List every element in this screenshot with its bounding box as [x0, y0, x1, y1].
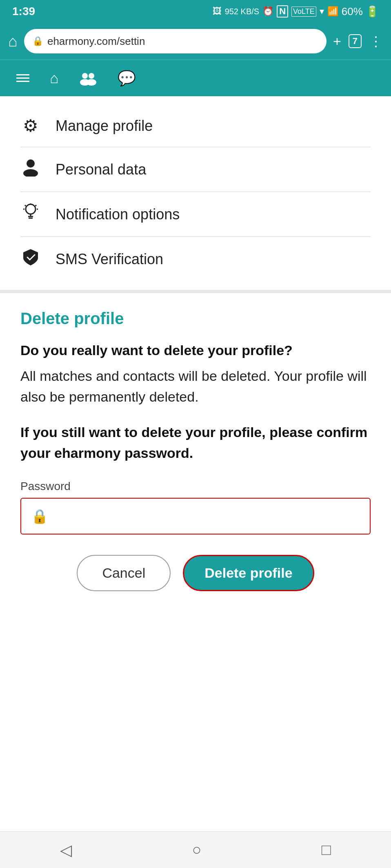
password-label: Password [20, 480, 371, 493]
password-input[interactable] [55, 509, 360, 523]
volte-icon: VoLTE [291, 7, 316, 17]
delete-confirm-text: If you still want to delete your profile… [20, 422, 371, 464]
bulb-icon [20, 203, 41, 225]
svg-point-0 [82, 73, 88, 79]
svg-point-1 [89, 73, 94, 79]
speed-label: 952 KB/S [225, 7, 260, 16]
password-lock-icon: 🔒 [31, 508, 48, 524]
menu-item-manage-profile[interactable]: ⚙ Manage profile [0, 104, 391, 147]
menu-item-sms-verification[interactable]: SMS Verification [0, 237, 391, 282]
svg-point-5 [23, 169, 38, 177]
settings-menu: ⚙ Manage profile Personal data [0, 96, 391, 293]
wifi-icon: ▾ [320, 6, 324, 17]
browser-url-bar[interactable]: 🔒 eharmony.com/settin [24, 29, 327, 53]
tab-count[interactable]: 7 [349, 34, 362, 48]
nav-home-icon[interactable]: ⌂ [50, 70, 59, 87]
buttons-row: Cancel Delete profile [20, 555, 371, 591]
gallery-icon: 🖼 [213, 6, 222, 17]
shield-check-icon [20, 248, 41, 270]
status-time: 1:39 [12, 5, 35, 18]
gear-icon: ⚙ [20, 116, 41, 136]
svg-line-12 [36, 205, 37, 206]
more-options-icon[interactable]: ⋮ [369, 33, 383, 49]
delete-section: Delete profile Do you really want to del… [0, 293, 391, 831]
notification-options-label: Notification options [56, 206, 180, 223]
delete-profile-button[interactable]: Delete profile [183, 555, 314, 591]
manage-profile-label: Manage profile [56, 117, 153, 135]
add-tab-icon[interactable]: + [333, 33, 341, 49]
svg-point-6 [26, 204, 36, 214]
sms-verification-label: SMS Verification [56, 251, 163, 268]
nav-group-icon[interactable] [79, 71, 97, 86]
delete-warning-bold: Do you really want to delete your profil… [20, 342, 371, 358]
status-bar: 1:39 🖼 952 KB/S ⏰ N VoLTE ▾ 📶 60% 🔋 [0, 0, 391, 23]
n-icon: N [277, 5, 288, 18]
url-text: eharmony.com/settin [47, 35, 145, 48]
personal-data-label: Personal data [56, 161, 146, 178]
delete-title: Delete profile [20, 309, 371, 328]
delete-warning-text: All matches and contacts will be deleted… [20, 366, 371, 407]
hamburger-menu[interactable] [16, 74, 29, 82]
cancel-button[interactable]: Cancel [77, 555, 171, 591]
browser-actions: + 7 ⋮ [333, 33, 383, 49]
bottom-nav: ◁ ○ □ [0, 831, 391, 868]
nav-chat-icon[interactable]: 💬 [118, 70, 136, 87]
home-circle-icon[interactable]: ○ [192, 841, 202, 859]
back-icon[interactable]: ◁ [60, 841, 72, 859]
password-input-wrapper[interactable]: 🔒 [20, 498, 371, 534]
signal-icon: 📶 [327, 6, 338, 17]
svg-point-3 [87, 79, 96, 86]
lock-icon: 🔒 [32, 36, 43, 46]
menu-item-notification-options[interactable]: Notification options [0, 192, 391, 237]
status-icons: 🖼 952 KB/S ⏰ N VoLTE ▾ 📶 60% 🔋 [213, 5, 379, 18]
person-icon [20, 159, 41, 181]
recents-icon[interactable]: □ [322, 841, 331, 859]
alarm-icon: ⏰ [262, 6, 273, 17]
svg-line-11 [25, 205, 26, 206]
nav-bar: ⌂ 💬 [0, 60, 391, 96]
battery-label: 60% 🔋 [342, 5, 379, 18]
svg-point-4 [27, 159, 35, 168]
browser-bar: ⌂ 🔒 eharmony.com/settin + 7 ⋮ [0, 23, 391, 60]
browser-home-icon[interactable]: ⌂ [8, 33, 18, 50]
menu-item-personal-data[interactable]: Personal data [0, 147, 391, 192]
